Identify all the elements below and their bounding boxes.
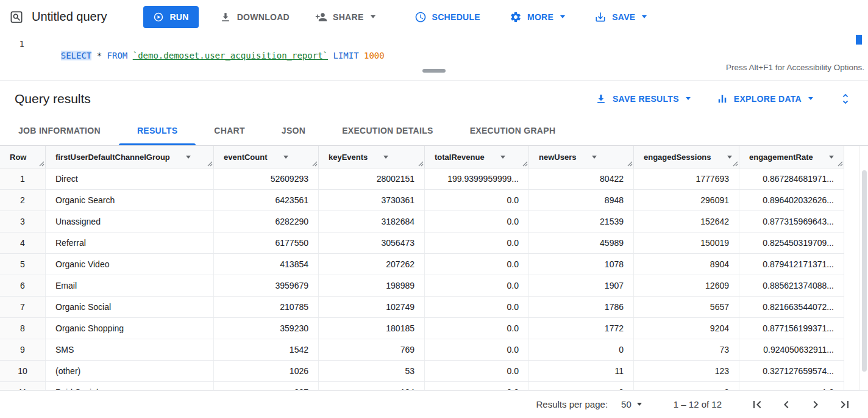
column-menu-icon[interactable] (283, 156, 288, 159)
cell-eventCount: 337 (214, 382, 319, 390)
column-menu-icon[interactable] (727, 156, 732, 159)
table-vertical-scrollbar[interactable] (859, 146, 868, 390)
column-header-keyEvents[interactable]: keyEvents (319, 146, 425, 168)
first-page-button[interactable] (742, 392, 772, 417)
column-header-newUsers[interactable]: newUsers (529, 146, 634, 168)
cell-firstUserDefaultChannelGroup: Unassigned (46, 211, 214, 232)
column-resize-handle[interactable] (627, 161, 633, 167)
pagination-bar: Results per page: 50 1 – 12 of 12 (0, 390, 868, 418)
sql-editor[interactable]: 1 SELECT*FROM`demo.demoset.user_acquisit… (0, 34, 868, 61)
cell-eventCount: 3959679 (214, 275, 319, 296)
row-number-cell: 11 (0, 382, 46, 390)
cell-newUsers: 0 (529, 339, 634, 360)
last-page-button[interactable] (830, 392, 859, 417)
download-button[interactable]: DOWNLOAD (216, 6, 293, 28)
column-header-totalRevenue[interactable]: totalRevenue (425, 146, 529, 168)
page-size-select[interactable]: 50 (621, 399, 642, 409)
splitter-drag-handle[interactable] (422, 69, 446, 73)
column-resize-handle[interactable] (733, 161, 738, 167)
save-results-label: SAVE RESULTS (613, 94, 679, 104)
cell-eventCount: 1026 (214, 361, 319, 381)
column-resize-handle[interactable] (207, 161, 213, 167)
column-menu-icon[interactable] (829, 156, 834, 159)
save-results-button[interactable]: SAVE RESULTS (595, 93, 691, 105)
explore-data-button[interactable]: EXPLORE DATA (716, 93, 813, 105)
column-header-engagedSessions[interactable]: engagedSessions (634, 146, 739, 168)
column-menu-icon[interactable] (592, 156, 597, 159)
expand-results-button[interactable] (839, 92, 852, 106)
column-menu-icon[interactable] (186, 156, 191, 159)
column-header-label: newUsers (539, 153, 576, 162)
column-header-Row: Row (0, 146, 46, 168)
tab-execution-details[interactable]: EXECUTION DETAILS (324, 116, 452, 145)
sql-table-reference[interactable]: `demo.demoset.user_acquisition_report` (133, 51, 328, 60)
cell-engagementRate: 0.821663544072... (739, 297, 844, 317)
cell-eventCount: 6423561 (214, 190, 319, 211)
column-resize-handle[interactable] (838, 161, 843, 167)
cell-firstUserDefaultChannelGroup: Organic Social (46, 297, 214, 317)
cell-newUsers: 1907 (529, 275, 634, 296)
cell-totalRevenue: 0.0 (425, 339, 529, 360)
table-body: 1Direct5260929328002151199.9399959999...… (0, 168, 868, 390)
sql-code-line[interactable]: SELECT*FROM`demo.demoset.user_acquisitio… (27, 38, 385, 61)
table-row: 8Organic Shopping3592301801850.017729204… (0, 318, 844, 339)
column-header-label: engagementRate (749, 153, 813, 162)
column-header-label: keyEvents (329, 153, 368, 162)
cell-firstUserDefaultChannelGroup: SMS (46, 339, 214, 360)
next-page-button[interactable] (801, 392, 830, 417)
download-button-label: DOWNLOAD (237, 12, 290, 22)
sql-keyword-limit: LIMIT (333, 51, 358, 60)
schedule-button[interactable]: SCHEDULE (411, 6, 484, 28)
cell-engagementRate: 0.877315969643... (739, 211, 844, 232)
tab-chart[interactable]: CHART (196, 116, 263, 145)
row-number-cell: 5 (0, 254, 46, 275)
share-button[interactable]: SHARE (311, 6, 379, 28)
cell-newUsers: 1786 (529, 297, 634, 317)
cell-firstUserDefaultChannelGroup: Organic Shopping (46, 318, 214, 339)
tab-json[interactable]: JSON (263, 116, 324, 145)
column-resize-handle[interactable] (39, 161, 44, 167)
save-button-label: SAVE (612, 12, 635, 22)
pagination-range: 1 – 12 of 12 (674, 399, 722, 409)
cell-firstUserDefaultChannelGroup: Organic Search (46, 190, 214, 211)
row-number-cell: 1 (0, 168, 46, 189)
last-page-icon (838, 397, 852, 412)
sql-keyword-from: FROM (107, 51, 128, 60)
column-resize-handle[interactable] (522, 161, 528, 167)
column-header-label: eventCount (224, 153, 268, 162)
column-header-firstUserDefaultChannelGroup[interactable]: firstUserDefaultChannelGroup (46, 146, 214, 168)
unfold-more-icon (839, 92, 852, 106)
column-resize-handle[interactable] (312, 161, 318, 167)
cell-eventCount: 359230 (214, 318, 319, 339)
row-number-cell: 2 (0, 190, 46, 211)
row-number-cell: 6 (0, 275, 46, 296)
column-resize-handle[interactable] (418, 161, 424, 167)
cell-newUsers: 0 (529, 382, 634, 390)
chevron-down-icon (371, 15, 375, 18)
cell-totalRevenue: 0.0 (425, 254, 529, 275)
more-button[interactable]: MORE (506, 6, 569, 28)
chevron-down-icon (642, 15, 647, 18)
scrollbar-thumb[interactable] (862, 170, 867, 372)
tab-execution-graph[interactable]: EXECUTION GRAPH (452, 116, 574, 145)
save-button[interactable]: SAVE (591, 6, 650, 28)
previous-page-button[interactable] (772, 392, 801, 417)
run-button[interactable]: RUN (143, 6, 198, 28)
cell-keyEvents: 198989 (319, 275, 425, 296)
explore-data-label: EXPLORE DATA (734, 94, 802, 104)
tab-results[interactable]: RESULTS (119, 116, 196, 145)
column-header-label: engagedSessions (644, 153, 711, 162)
column-header-eventCount[interactable]: eventCount (214, 146, 319, 168)
gear-icon (510, 11, 522, 23)
column-header-engagementRate[interactable]: engagementRate (739, 146, 844, 168)
save-icon (594, 11, 607, 23)
tab-job-information[interactable]: JOB INFORMATION (0, 116, 119, 145)
cell-newUsers: 45989 (529, 232, 634, 253)
cell-engagementRate: 0.825450319709... (739, 232, 844, 253)
column-menu-icon[interactable] (383, 156, 388, 159)
line-number: 1 (0, 38, 27, 61)
column-menu-icon[interactable] (500, 156, 505, 159)
cell-engagementRate: 0.327127659574... (739, 361, 844, 381)
table-row: 1Direct5260929328002151199.9399959999...… (0, 168, 844, 190)
cell-engagementRate: 0.877156199371... (739, 318, 844, 339)
